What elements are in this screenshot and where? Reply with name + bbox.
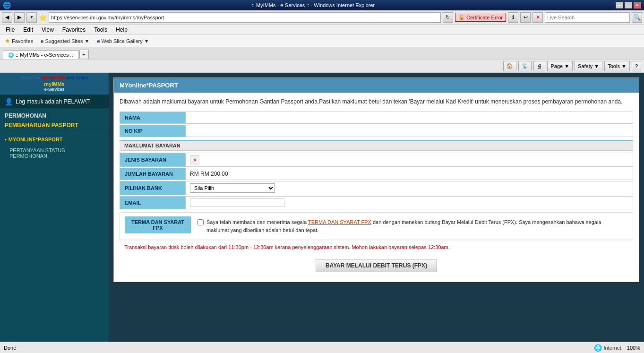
restore-button[interactable]: □ (625, 2, 632, 9)
menu-help[interactable]: Help (112, 26, 131, 34)
status-text: Done (4, 345, 16, 351)
favorites-bar: ★ Favorites e Suggested Sites ▼ e Web Sl… (0, 35, 644, 47)
refresh-button[interactable]: ↻ (443, 12, 453, 23)
user-label: Log masuk adalah PELAWAT (16, 98, 90, 105)
search-input[interactable] (545, 12, 630, 23)
nama-label: NAMA (120, 112, 186, 124)
cert-error-icon: 🔒 (458, 14, 465, 20)
cert-error-text: Certificate Error (466, 15, 503, 20)
rss-button[interactable]: 📡 (518, 61, 532, 71)
subnav-label: MYONLINE*PASPORT (9, 137, 63, 142)
tos-row: TERMA DAN SYARAT FPX Saya telah membaca … (120, 212, 633, 240)
email-row: EMAIL (120, 196, 633, 209)
nama-row: NAMA (120, 112, 633, 124)
toolbar: 🏠 📡 🖨 Page ▼ Safety ▼ Tools ▼ ? (0, 60, 644, 73)
submit-section: BAYAR MELALUI DEBIT TERUS (FPX) (120, 254, 633, 277)
suggested-icon: e (41, 38, 43, 44)
content-body: Dibawah adalah maklumat bayaran untuk Pe… (114, 93, 639, 282)
menu-favorites[interactable]: Favorites (59, 26, 89, 34)
sidebar: JABATAN IMIGRESEN MALAYSIA myIMMs e-Serv… (0, 73, 109, 342)
sub-nav: MYONLINE*PASPORT (0, 133, 109, 146)
print-button[interactable]: 🖨 (533, 61, 545, 71)
jumlah-bayaran-value: RM RM 200.00 (186, 168, 633, 180)
tos-before: Saya telah membaca dan menerima segala (206, 219, 308, 225)
stop-button[interactable]: ✕ (532, 12, 543, 23)
email-value (186, 196, 633, 209)
pilihan-bank-label: PILIHAN BANK (120, 181, 186, 195)
title-bar: 🌐 :: MyIMMs - e-Services :: - Windows In… (0, 0, 644, 10)
subnav-myonline-pasport[interactable]: MYONLINE*PASPORT (5, 135, 104, 144)
certificate-error[interactable]: 🔒 Certificate Error (455, 13, 506, 22)
tab-bar: 🌐 :: MyIMMs - e-Services :: + (0, 47, 644, 60)
zoom-level: 100% (627, 345, 640, 351)
email-input[interactable] (190, 198, 284, 207)
zone-badge: 🌐 Internet (594, 344, 621, 352)
safety-button[interactable]: Safety ▼ (575, 61, 602, 71)
nav-pembaharuan[interactable]: PEMBAHARUAN PASPORT (5, 121, 104, 130)
web-slice-gallery[interactable]: e Web Slice Gallery ▼ (95, 37, 151, 45)
suggested-sites[interactable]: e Suggested Sites ▼ (39, 37, 91, 45)
page-button[interactable]: Page ▼ (547, 61, 573, 71)
tab-label: :: MyIMMs - e-Services :: (16, 52, 73, 58)
close-button[interactable]: ✕ (634, 2, 641, 9)
nokp-row: NO K/P (120, 125, 633, 137)
webslice-label: Web Slice Gallery ▼ (102, 38, 149, 44)
minimize-button[interactable]: ─ (616, 2, 623, 9)
myimms-title: myIMMs (3, 81, 106, 87)
globe-icon: 🌐 (594, 344, 602, 352)
reload-button[interactable]: ↩ (520, 12, 531, 23)
tos-content: Saya telah membaca dan menerima segala T… (194, 216, 628, 236)
tab-myimms[interactable]: 🌐 :: MyIMMs - e-Services :: (3, 50, 78, 59)
info-text: Dibawah adalah maklumat bayaran untuk Pe… (120, 97, 633, 106)
submit-button[interactable]: BAYAR MELALUI DEBIT TERUS (FPX) (316, 259, 437, 272)
user-icon: 👤 (5, 98, 13, 105)
jabatan-title: JABATAN IMIGRESEN MALAYSIA (3, 76, 106, 80)
amount-text: RM RM 200.00 (190, 171, 228, 177)
nama-value (186, 112, 633, 124)
search-button[interactable]: 🔍 (632, 12, 642, 23)
status-right: 🌐 Internet 100% (594, 344, 640, 352)
forward-button[interactable]: ▶ (14, 12, 25, 23)
address-input[interactable] (49, 12, 441, 23)
pilihan-bank-value: Sila Pilih (186, 181, 633, 195)
star-icon: ★ (5, 37, 10, 44)
email-label: EMAIL (120, 196, 186, 209)
content-area: MYonline*PASPORT Dibawah adalah maklumat… (109, 73, 644, 342)
jenis-bayaran-label: JENIS BAYARAN (120, 153, 186, 167)
window-title: :: MyIMMs - e-Services :: - Windows Inte… (11, 2, 616, 8)
tos-checkbox[interactable] (197, 219, 204, 225)
menu-view[interactable]: View (38, 26, 58, 34)
menu-file[interactable]: File (2, 26, 18, 34)
zoom-text: 100% (627, 345, 640, 351)
subsubnav-pertanyaan[interactable]: PERTANYAAN STATUS PERMOHONAN (9, 146, 104, 160)
info-button[interactable]: ℹ (508, 12, 518, 23)
sub-sub-nav: PERTANYAAN STATUS PERMOHONAN (0, 146, 109, 161)
window-controls[interactable]: ─ □ ✕ (616, 2, 641, 9)
menu-tools[interactable]: Tools (90, 26, 111, 34)
webslice-icon: e (97, 38, 100, 44)
nokp-label: NO K/P (120, 125, 186, 137)
tos-label-cell: TERMA DAN SYARAT FPX (125, 216, 191, 233)
back-button[interactable]: ◀ (2, 12, 12, 23)
address-bar: ◀ ▶ ▼ ⭐ ↻ 🔒 Certificate Error ℹ ↩ ✕ 🔍 (0, 10, 644, 25)
status-bar: Done 🌐 Internet 100% (0, 342, 644, 353)
tools-button[interactable]: Tools ▼ (604, 61, 630, 71)
nav-permohonan[interactable]: PERMOHONAN (5, 111, 104, 121)
favorites-label: Favorites (12, 38, 33, 44)
nav-section: PERMOHONAN PEMBAHARUAN PASPORT (0, 108, 109, 133)
content-header: MYonline*PASPORT (114, 78, 639, 93)
favorites-button[interactable]: ★ Favorites (3, 36, 35, 45)
tos-field-label: TERMA DAN SYARAT FPX (125, 216, 191, 233)
new-tab-button[interactable]: + (79, 50, 89, 59)
dropdown-button[interactable]: ▼ (26, 12, 37, 23)
user-info-bar: 👤 Log masuk adalah PELAWAT (0, 95, 109, 108)
help-button[interactable]: ? (632, 61, 641, 71)
home-tool-button[interactable]: 🏠 (503, 61, 516, 71)
eservices-label: e-Services (3, 87, 106, 92)
tos-link[interactable]: TERMA DAN SYARAT FPX (308, 219, 371, 225)
bank-select[interactable]: Sila Pilih (190, 183, 275, 193)
home-icon: ⭐ (39, 14, 47, 21)
jenis-bayaran-row: JENIS BAYARAN ✕ (120, 153, 633, 167)
sidebar-banner: JABATAN IMIGRESEN MALAYSIA myIMMs e-Serv… (0, 73, 109, 95)
menu-edit[interactable]: Edit (19, 26, 37, 34)
